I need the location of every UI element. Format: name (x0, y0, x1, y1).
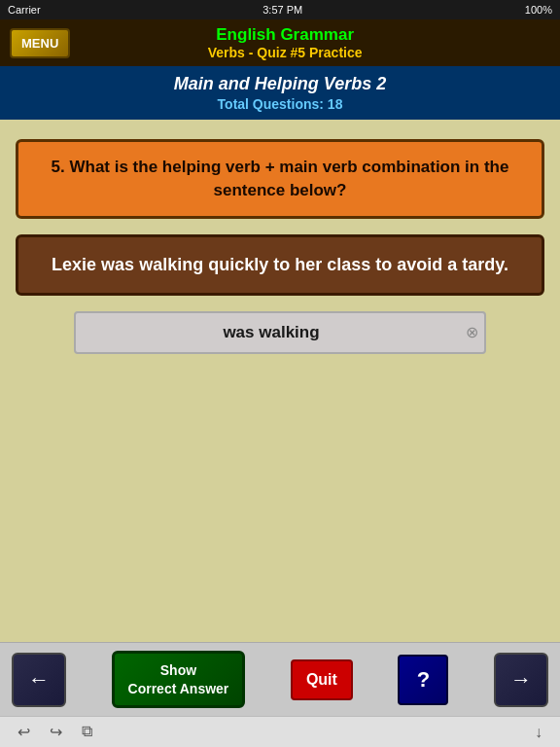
help-button[interactable]: ? (398, 655, 448, 705)
forward-button[interactable]: → (494, 653, 548, 707)
carrier-label: Carrier (8, 4, 41, 16)
lesson-title: Main and Helping Verbs 2 (10, 74, 550, 94)
quit-button[interactable]: Quit (291, 659, 353, 700)
subheader: Main and Helping Verbs 2 Total Questions… (0, 66, 560, 120)
menu-button[interactable]: MENU (10, 28, 70, 58)
question-text: 5. What is the helping verb + main verb … (34, 156, 526, 202)
redo-icon[interactable]: ↪ (44, 721, 68, 743)
total-questions-label: Total Questions: 18 (10, 96, 550, 112)
show-answer-label: ShowCorrect Answer (128, 662, 229, 695)
app-header: MENU English Grammar Verbs - Quiz #5 Pra… (0, 19, 560, 66)
sentence-text: Lexie was walking quickly to her class t… (34, 253, 526, 277)
status-bar: Carrier 3:57 PM 100% (0, 0, 560, 19)
app-title: English Grammar (70, 25, 500, 45)
bottom-actions: ↩ ↪ ⧉ ↓ (0, 716, 560, 747)
bottom-toolbar: ← ShowCorrect Answer Quit ? → (0, 642, 560, 716)
copy-icon[interactable]: ⧉ (76, 721, 98, 743)
quiz-subtitle: Verbs - Quiz #5 Practice (70, 45, 500, 60)
sentence-box: Lexie was walking quickly to her class t… (16, 234, 544, 296)
battery-label: 100% (525, 4, 552, 16)
edit-actions: ↩ ↪ ⧉ (12, 721, 98, 743)
forward-arrow-icon: → (510, 667, 532, 693)
header-titles: English Grammar Verbs - Quiz #5 Practice (70, 25, 500, 60)
back-button[interactable]: ← (12, 653, 66, 707)
show-answer-button[interactable]: ShowCorrect Answer (112, 651, 246, 707)
undo-icon[interactable]: ↩ (12, 721, 36, 743)
answer-input[interactable] (74, 311, 486, 354)
answer-area: ⊗ (74, 311, 486, 354)
down-icon[interactable]: ↓ (529, 722, 548, 743)
time-label: 3:57 PM (262, 4, 302, 16)
main-content: 5. What is the helping verb + main verb … (0, 120, 560, 642)
clear-icon[interactable]: ⊗ (466, 323, 478, 341)
question-box: 5. What is the helping verb + main verb … (16, 139, 544, 219)
back-arrow-icon: ← (28, 667, 50, 693)
